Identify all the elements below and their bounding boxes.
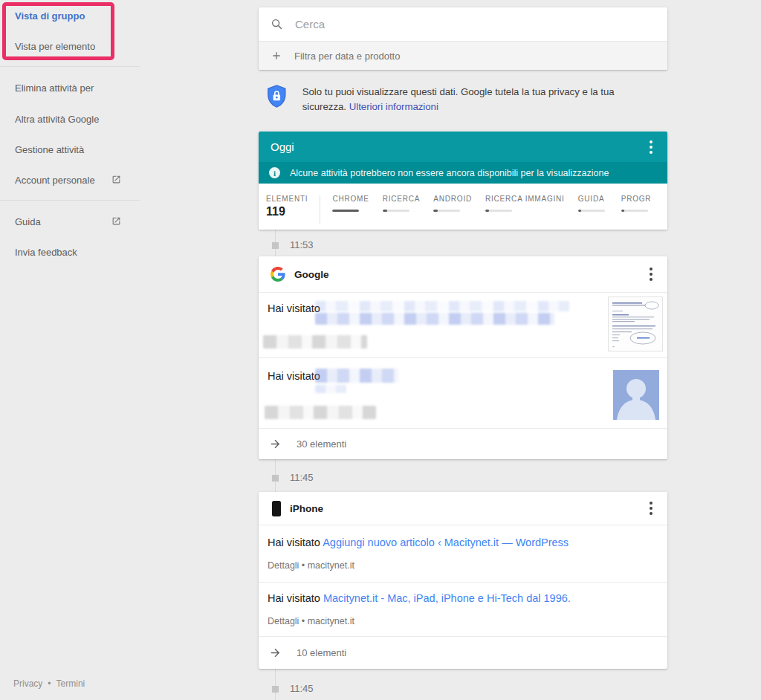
- info-icon: i: [269, 167, 280, 178]
- stat-product-label: RICERCA: [383, 195, 421, 203]
- visited-page-link[interactable]: Aggiungi nuovo articolo ‹ Macitynet.it —…: [323, 537, 569, 548]
- filter-label: Filtra per data e prodotto: [294, 51, 400, 62]
- search-input[interactable]: [294, 17, 609, 31]
- items-count-label: 30 elementi: [297, 438, 346, 450]
- sidebar-footer: Privacy•Termini: [13, 678, 85, 689]
- redacted-link-text: [315, 313, 554, 325]
- today-card-header: Oggi: [259, 132, 667, 162]
- stat-product-label: ANDROID: [433, 195, 472, 203]
- today-card: Oggi i Alcune attività potrebbero non es…: [259, 132, 667, 230]
- stat-product-guida: GUIDA: [578, 195, 605, 212]
- iphone-card-header: iPhone: [259, 492, 667, 525]
- stat-product-chrome: CHROME: [332, 195, 369, 212]
- terms-link[interactable]: Termini: [56, 678, 85, 689]
- more-options-icon[interactable]: [647, 137, 655, 156]
- sidebar-item-personal-account[interactable]: Account personale: [15, 175, 95, 186]
- stat-product-label: PROGR: [621, 195, 652, 203]
- stat-elements: ELEMENTI 119: [266, 195, 308, 218]
- external-link-icon: [111, 175, 121, 184]
- stats-divider: [320, 195, 320, 224]
- visited-page-link[interactable]: Macitynet.it - Mac, iPad, iPhone e Hi-Te…: [323, 592, 571, 604]
- sidebar-item-group-view[interactable]: Vista di gruppo: [15, 10, 85, 22]
- banner-text: Alcune attività potrebbero non essere an…: [290, 168, 609, 178]
- card-title: iPhone: [290, 503, 323, 514]
- plus-icon: [271, 50, 282, 62]
- avatar: [613, 370, 659, 420]
- card-title: Google: [294, 269, 329, 280]
- timeline-time: 11:53: [290, 239, 314, 250]
- search-card: Filtra per data e prodotto: [259, 7, 667, 70]
- more-options-icon[interactable]: [647, 499, 655, 518]
- redacted-details-text: [263, 335, 367, 349]
- google-activity-card: Google Hai visitato: [259, 256, 667, 459]
- privacy-link[interactable]: Privacy: [13, 678, 42, 689]
- entry-details: Dettagli • macitynet.it: [268, 616, 354, 626]
- sidebar-item-help[interactable]: Guida: [15, 216, 41, 227]
- search-row: [259, 7, 667, 40]
- more-options-icon[interactable]: [647, 265, 655, 284]
- stat-product-android: ANDROID: [433, 195, 472, 212]
- shield-lock-icon: [268, 85, 286, 108]
- phone-icon: [272, 501, 281, 516]
- arrow-right-icon: [269, 646, 282, 659]
- activity-entry: Hai visitato: [259, 358, 667, 428]
- visit-prefix: Hai visitato: [268, 370, 320, 382]
- stat-bar: [383, 210, 409, 212]
- stat-product-ricerca: RICERCA: [383, 195, 421, 212]
- stat-bar: [332, 210, 359, 212]
- expand-items-row[interactable]: 30 elementi: [259, 428, 667, 459]
- filter-by-date-product-row[interactable]: Filtra per data e prodotto: [259, 41, 667, 70]
- stat-elements-count: 119: [266, 205, 308, 218]
- stat-bar: [578, 210, 605, 212]
- arrow-right-icon: [269, 438, 282, 450]
- external-link-icon: [111, 216, 121, 226]
- my-activity-page: Vista di gruppo Vista per elemento Elimi…: [0, 0, 761, 700]
- today-info-banner: i Alcune attività potrebbero non essere …: [259, 162, 667, 184]
- sidebar-item-item-view[interactable]: Vista per elemento: [15, 41, 95, 52]
- timeline-dot: [272, 242, 279, 249]
- redacted-details-text: [265, 406, 376, 419]
- timeline-time: 11:45: [290, 683, 314, 694]
- visit-text: Hai visitato Macitynet.it - Mac, iPad, i…: [268, 592, 571, 604]
- sidebar-divider: [0, 200, 140, 201]
- today-title: Oggi: [271, 140, 294, 153]
- privacy-notice: Solo tu puoi visualizzare questi dati. G…: [268, 85, 654, 114]
- sidebar-item-manage-activity[interactable]: Gestione attività: [15, 144, 84, 155]
- redacted-link-text: [315, 369, 398, 383]
- learn-more-link[interactable]: Ulteriori informazioni: [349, 101, 438, 112]
- timeline-dot: [272, 475, 279, 482]
- stat-product-ricerca-immagini: RICERCA IMMAGINI: [485, 195, 565, 212]
- timeline-time: 11:45: [290, 472, 314, 483]
- today-stats-row: ELEMENTI 119 CHROME RICERCA ANDROID RICE…: [259, 184, 667, 230]
- expand-items-row[interactable]: 10 elementi: [259, 636, 667, 669]
- stat-bar: [485, 210, 512, 212]
- google-logo-icon: [271, 267, 285, 282]
- stat-product-label: GUIDA: [578, 195, 605, 203]
- stat-elements-label: ELEMENTI: [266, 195, 308, 203]
- privacy-notice-text: Solo tu puoi visualizzare questi dati. G…: [302, 85, 654, 114]
- sidebar-item-delete-activity[interactable]: Elimina attività per: [15, 82, 94, 94]
- activity-entry: Hai visitato Macitynet.it - Mac, iPad, i…: [259, 582, 667, 636]
- timeline-dot: [272, 686, 279, 693]
- sidebar-divider: [0, 66, 140, 67]
- footer-separator: •: [48, 678, 51, 689]
- stat-product-progr: PROGR: [621, 195, 652, 212]
- stat-product-label: CHROME: [332, 195, 369, 203]
- sidebar-item-other-activity[interactable]: Altra attività Google: [15, 114, 99, 125]
- iphone-activity-card: iPhone Hai visitato Aggiungi nuovo artic…: [259, 492, 667, 669]
- items-count-label: 10 elementi: [297, 647, 346, 658]
- stat-bar: [433, 210, 460, 212]
- sidebar-item-send-feedback[interactable]: Invia feedback: [15, 247, 77, 258]
- visit-prefix: Hai visitato: [268, 302, 320, 314]
- activity-entry: Hai visitato Aggiungi nuovo articolo ‹ M…: [259, 525, 667, 582]
- redacted-link-text: [315, 301, 569, 311]
- activity-entry: Hai visitato: [259, 293, 667, 357]
- visit-text: Hai visitato Aggiungi nuovo articolo ‹ M…: [268, 537, 569, 548]
- stat-product-label: RICERCA IMMAGINI: [485, 195, 565, 203]
- page-thumbnail: [608, 296, 663, 351]
- stat-bar: [621, 210, 648, 212]
- google-card-header: Google: [259, 256, 667, 293]
- redacted-link-text: [315, 385, 346, 393]
- search-icon: [271, 18, 283, 30]
- entry-details: Dettagli • macitynet.it: [268, 560, 354, 571]
